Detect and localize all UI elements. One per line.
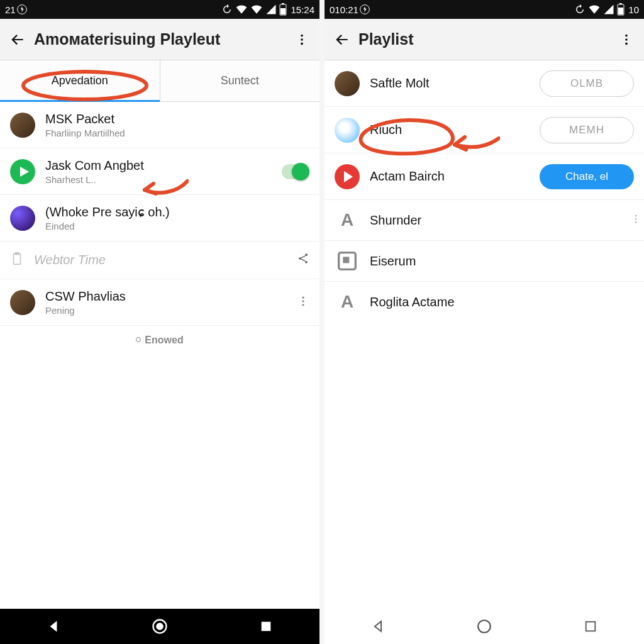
svg-point-25 xyxy=(635,218,637,220)
arrow-left-icon xyxy=(9,31,26,48)
list-item-title: (Whoke Pre sayiɕ oh.) xyxy=(45,204,309,219)
list-item[interactable]: (Whoke Pre sayiɕ oh.) Einded xyxy=(0,195,319,242)
playlist-list: Saftle Molt OLMB Riuch MEMH Actam Bairch… xyxy=(325,60,644,322)
svg-point-13 xyxy=(302,304,304,306)
list-item-title: MSK Packet xyxy=(45,112,309,126)
letter-avatar: A xyxy=(335,289,360,314)
list-item-subtitle: Einded xyxy=(45,221,309,231)
sync-icon xyxy=(221,4,233,15)
list-item-title: Shurnder xyxy=(370,213,634,228)
svg-point-6 xyxy=(301,42,303,45)
action-button[interactable]: MEMH xyxy=(540,117,634,143)
tab-label: Suntect xyxy=(221,74,259,87)
svg-point-9 xyxy=(299,257,301,260)
svg-point-29 xyxy=(478,620,491,633)
tab-label: Apvedation xyxy=(52,74,108,87)
list-item-title: Jask Com Angbet xyxy=(45,158,277,173)
list-item-title: Riuch xyxy=(370,123,535,137)
status-time-left: 21 xyxy=(5,4,16,15)
svg-rect-30 xyxy=(586,622,596,631)
list-item-title: Saftle Molt xyxy=(370,76,535,91)
svg-point-26 xyxy=(635,221,637,223)
svg-point-4 xyxy=(301,34,303,36)
sync-icon xyxy=(574,4,586,15)
svg-point-10 xyxy=(305,261,308,264)
list-item[interactable]: Saftle Molt OLMB xyxy=(325,60,644,107)
status-time-left: 010:21 xyxy=(330,4,358,15)
tab-apvedation[interactable]: Apvedation xyxy=(0,60,160,101)
svg-rect-2 xyxy=(282,3,284,4)
item-overflow-button[interactable] xyxy=(297,295,309,310)
play-icon xyxy=(10,159,35,184)
status-bar: 010:21 10 xyxy=(325,0,644,19)
svg-rect-20 xyxy=(618,8,623,14)
tab-suntect[interactable]: Suntect xyxy=(160,60,320,101)
wifi-icon-2 xyxy=(250,3,263,16)
svg-point-23 xyxy=(625,42,628,45)
square-icon xyxy=(335,248,360,274)
svg-rect-16 xyxy=(262,622,271,631)
nav-back[interactable] xyxy=(36,609,71,644)
nav-home[interactable] xyxy=(467,609,502,644)
lightning-icon xyxy=(17,4,27,14)
action-button-primary[interactable]: Chate, el xyxy=(540,164,634,189)
more-vert-icon xyxy=(619,33,633,47)
svg-point-7 xyxy=(10,113,35,138)
list-item[interactable]: Actam Bairch Chate, el xyxy=(325,153,644,200)
avatar xyxy=(10,113,35,138)
phone-left: 21 15:24 Amoмaterisuing Playleut Apvedat… xyxy=(0,0,319,644)
list-item-title: CSW Phavlias xyxy=(45,289,292,304)
lightning-icon xyxy=(360,4,370,14)
svg-rect-3 xyxy=(280,8,286,14)
list-item[interactable]: A Roglita Actame xyxy=(325,282,644,322)
avatar xyxy=(335,71,360,96)
wifi-icon xyxy=(235,3,248,16)
svg-point-22 xyxy=(625,38,628,41)
clipboard-icon xyxy=(10,250,24,270)
overflow-menu-button[interactable] xyxy=(289,27,314,52)
section-header: Webtor Time xyxy=(0,242,319,279)
more-vert-icon[interactable] xyxy=(630,213,641,227)
list-item[interactable]: MSK Packet Fharliinp Martiilhed xyxy=(0,102,319,148)
tab-bar: Apvedation Suntect xyxy=(0,60,319,102)
youtube-icon xyxy=(335,164,360,189)
avatar xyxy=(335,118,360,143)
wifi-icon xyxy=(588,3,601,16)
avatar xyxy=(10,290,35,315)
phone-right: 010:21 10 Playlist Saftle Molt OLMB xyxy=(325,0,644,644)
nav-home[interactable] xyxy=(142,609,177,644)
svg-point-24 xyxy=(635,214,637,216)
list-item-subtitle: Sharhest L.. xyxy=(45,174,277,185)
svg-point-11 xyxy=(302,296,304,298)
app-bar: Playlist xyxy=(325,19,644,60)
nav-recent[interactable] xyxy=(573,609,608,644)
status-text-right: 10 xyxy=(628,4,639,15)
overflow-menu-button[interactable] xyxy=(614,27,639,52)
list-item[interactable]: A Shurnder xyxy=(325,200,644,241)
nav-bar xyxy=(0,609,319,644)
arrow-left-icon xyxy=(334,31,350,48)
nav-recent[interactable] xyxy=(248,609,284,644)
signal-icon xyxy=(265,4,277,15)
avatar xyxy=(10,206,35,231)
list-item[interactable]: Riuch MEMH xyxy=(325,107,644,153)
list-item[interactable]: Jask Com Angbet Sharhest L.. xyxy=(0,148,319,195)
nav-back[interactable] xyxy=(360,609,396,644)
list-item-subtitle: Fharliinp Martiilhed xyxy=(45,128,309,138)
list-item[interactable]: Eiserum xyxy=(325,241,644,282)
list-footer: Enowed xyxy=(0,326,319,346)
svg-point-12 xyxy=(302,300,304,302)
share-icon[interactable] xyxy=(297,252,309,268)
svg-point-21 xyxy=(625,34,628,36)
back-button[interactable] xyxy=(5,27,30,52)
more-vert-icon xyxy=(295,33,309,47)
svg-point-8 xyxy=(305,253,308,256)
toggle-switch[interactable] xyxy=(282,164,309,179)
page-title: Playlist xyxy=(358,30,614,48)
list-item[interactable]: CSW Phavlias Pening xyxy=(0,279,319,326)
svg-point-5 xyxy=(301,38,303,41)
list-item-subtitle: Pening xyxy=(45,305,292,316)
playlist-list: MSK Packet Fharliinp Martiilhed Jask Com… xyxy=(0,102,319,346)
back-button[interactable] xyxy=(330,27,355,52)
action-button[interactable]: OLMB xyxy=(540,70,634,97)
